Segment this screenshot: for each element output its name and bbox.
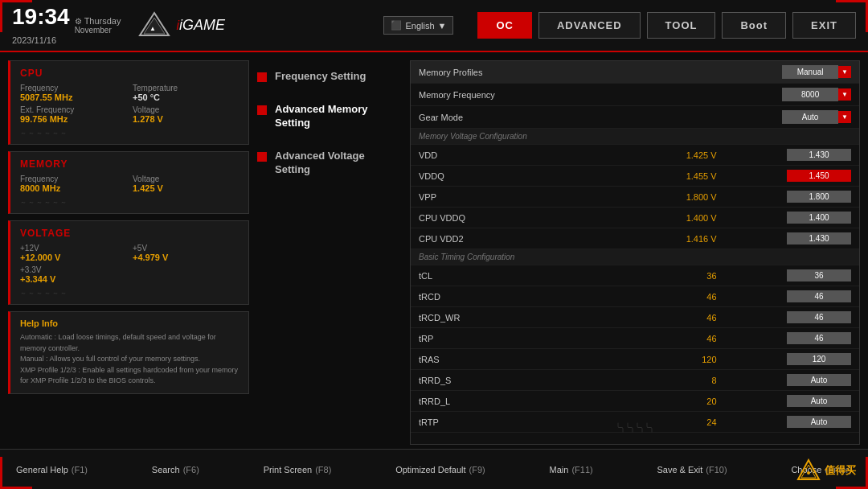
- main-shortcut: (F11): [571, 465, 592, 475]
- volt-wave: ～～～～～～: [20, 289, 239, 298]
- menu-advanced-memory[interactable]: Advanced Memory Setting: [257, 93, 402, 140]
- gear-mode-dropdown[interactable]: Auto ▼: [733, 110, 851, 124]
- vpp-row[interactable]: VPP 1.800 V 1.800: [411, 187, 859, 208]
- trrd-s-current: 8: [635, 370, 725, 391]
- cpu-vddq-row[interactable]: CPU VDDQ 1.400 V 1.400: [411, 208, 859, 228]
- mem-freq-value: 8000 MHz: [20, 183, 126, 193]
- watermark-icon: [796, 458, 821, 483]
- bottom-decoration: ╰╮╰╮╰╮╰╮: [616, 423, 654, 432]
- logo: ▲ iiGAME: [133, 11, 225, 39]
- vdd-label: VDD: [411, 145, 635, 166]
- mem-volt-label: Voltage: [133, 175, 239, 183]
- cpu-extfreq-value: 99.756 MHz: [20, 114, 126, 124]
- side-menu: Frequency Setting Advanced Memory Settin…: [257, 60, 402, 186]
- trtp-value: Auto: [787, 416, 851, 428]
- tras-row[interactable]: tRAS 120 120: [411, 349, 859, 370]
- tcl-row[interactable]: tCL 36 36: [411, 265, 859, 286]
- bottom-search: Search (F6): [152, 465, 199, 475]
- v5-label: +5V: [133, 244, 239, 253]
- memory-profiles-row[interactable]: Memory Profiles Manual ▼: [411, 61, 859, 84]
- trp-row[interactable]: tRP 46 46: [411, 328, 859, 349]
- memory-title: MEMORY: [20, 158, 239, 170]
- nav-oc[interactable]: OC: [477, 12, 532, 39]
- svg-marker-3: [798, 460, 819, 479]
- trtp-label: tRTP: [411, 412, 635, 433]
- bottom-main: Main (F11): [550, 465, 593, 475]
- left-panel: CPU Frequency 5087.55 MHz Temperature +5…: [8, 60, 249, 445]
- optimized-default-shortcut: (F9): [469, 465, 485, 475]
- print-screen-shortcut: (F8): [315, 465, 331, 475]
- voltage-section-label: Memory Voltage Configuration: [411, 129, 859, 145]
- bottom-bar: General Help (F1) Search (F6) Print Scre…: [0, 449, 868, 489]
- trcd-row[interactable]: tRCD 46 46: [411, 286, 859, 307]
- print-screen-key: Print Screen: [264, 465, 313, 475]
- timing-section-label: Basic Timing Configuration: [411, 249, 859, 265]
- gear-mode-arrow[interactable]: ▼: [838, 111, 851, 123]
- mem-wave: ～～～～～～: [20, 198, 239, 207]
- mem-profiles-value: Manual: [782, 65, 838, 79]
- cpu-temp-value: +50 °C: [133, 92, 239, 102]
- v12-value: +12.000 V: [20, 253, 126, 262]
- voltage-title: VOLTAGE: [20, 228, 239, 239]
- gear-mode-row[interactable]: Gear Mode Auto ▼: [411, 106, 859, 129]
- trp-value: 46: [787, 332, 851, 344]
- tras-label: tRAS: [411, 349, 635, 370]
- timing-section-header: Basic Timing Configuration: [411, 249, 859, 265]
- lang-dropdown-icon: ▼: [438, 21, 447, 31]
- tras-value: 120: [787, 353, 851, 365]
- trrd-l-current: 20: [635, 391, 725, 412]
- mem-profiles-arrow[interactable]: ▼: [838, 66, 851, 78]
- optimized-default-key: Optimized Default: [395, 465, 465, 475]
- vddq-current: 1.455 V: [635, 166, 725, 187]
- vdd-current: 1.425 V: [635, 145, 725, 166]
- memory-frequency-row[interactable]: Memory Frequency 8000 ▼: [411, 84, 859, 106]
- language-selector[interactable]: ⬛ English ▼: [383, 16, 453, 35]
- vpp-label: VPP: [411, 187, 635, 208]
- vdd-value: 1.430: [787, 149, 851, 161]
- menu-frequency-setting[interactable]: Frequency Setting: [257, 60, 402, 93]
- menu-dot-adv-mem: [257, 105, 267, 115]
- corner-decoration-bl: [0, 457, 32, 489]
- nav-buttons: OC ADVANCED TOOL Boot EXIT: [477, 12, 856, 39]
- cpu-vdd2-current: 1.416 V: [635, 228, 725, 249]
- memory-card: MEMORY Frequency 8000 MHz Voltage 1.425 …: [8, 151, 249, 214]
- menu-label-adv-mem: Advanced Memory Setting: [275, 103, 402, 130]
- trrd-l-value: Auto: [787, 395, 851, 407]
- trp-current: 46: [635, 328, 725, 349]
- v33-label: +3.3V: [20, 265, 126, 274]
- tcl-value: 36: [787, 269, 851, 281]
- corner-decoration-tl: [0, 0, 32, 32]
- cpu-vdd2-value: 1.430: [787, 232, 851, 244]
- day-display: Thursday: [84, 16, 121, 26]
- bottom-save-exit: Save & Exit (F10): [657, 465, 727, 475]
- cpu-temp-label: Temperature: [133, 84, 239, 92]
- header: 19:34 ⚙ Thursday November 2023/11/16 ▲ i…: [0, 0, 868, 52]
- mem-profiles-dropdown[interactable]: Manual ▼: [733, 65, 851, 79]
- nav-boot[interactable]: Boot: [722, 12, 786, 39]
- mem-freq-dropdown[interactable]: 8000 ▼: [733, 88, 851, 101]
- save-exit-key: Save & Exit: [657, 465, 702, 475]
- mem-profiles-label: Memory Profiles: [411, 61, 635, 84]
- vpp-value: 1.800: [787, 191, 851, 203]
- search-key: Search: [152, 465, 180, 475]
- save-exit-shortcut: (F10): [706, 465, 727, 475]
- v12-label: +12V: [20, 244, 126, 253]
- mem-freq-arrow[interactable]: ▼: [838, 88, 851, 101]
- month-display: November: [75, 26, 121, 35]
- cpu-title: CPU: [20, 68, 239, 79]
- trcd-current: 46: [635, 286, 725, 307]
- trcd-wr-row[interactable]: tRCD_WR 46 46: [411, 307, 859, 328]
- vddq-row[interactable]: VDDQ 1.455 V 1.450: [411, 166, 859, 187]
- cpu-card: CPU Frequency 5087.55 MHz Temperature +5…: [8, 60, 249, 145]
- trrd-l-row[interactable]: tRRD_L 20 Auto: [411, 391, 859, 412]
- nav-advanced[interactable]: ADVANCED: [538, 12, 641, 39]
- v33-value: +3.344 V: [20, 274, 126, 284]
- vdd-row[interactable]: VDD 1.425 V 1.430: [411, 145, 859, 166]
- cpu-freq-label: Frequency: [20, 84, 126, 92]
- nav-tool[interactable]: TOOL: [647, 12, 716, 39]
- menu-advanced-voltage[interactable]: Advanced Voltage Setting: [257, 140, 402, 187]
- help-text: Automatic : Load loose timings, default …: [20, 332, 239, 387]
- bottom-print-screen: Print Screen (F8): [264, 465, 332, 475]
- trrd-s-row[interactable]: tRRD_S 8 Auto: [411, 370, 859, 391]
- cpu-vdd2-row[interactable]: CPU VDD2 1.416 V 1.430: [411, 228, 859, 249]
